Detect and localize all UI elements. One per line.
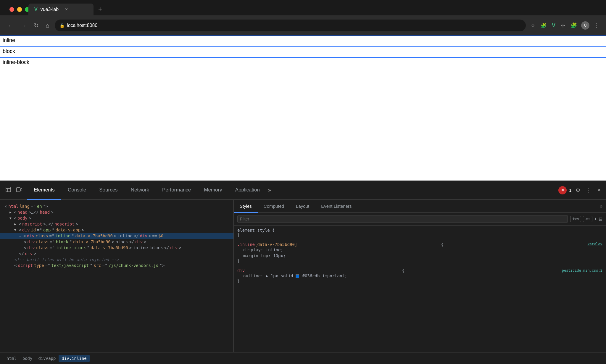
address-text: localhost:8080: [67, 23, 97, 28]
active-tab[interactable]: V vue3-lab ×: [28, 4, 94, 15]
devtools-tabs: Elements Console Sources Network Perform…: [27, 181, 273, 200]
tab-bar: V vue3-lab × +: [0, 0, 606, 15]
color-swatch[interactable]: [296, 274, 299, 278]
filter-cls-button[interactable]: .cls: [583, 216, 592, 222]
breadcrumb-bar: html body div#app div.inline: [0, 352, 606, 364]
bookmark-icon[interactable]: ☆: [529, 21, 536, 30]
devtools-toolbar: Elements Console Sources Network Perform…: [0, 181, 606, 200]
display-prop: display: inline;: [237, 247, 602, 253]
inline-element: inline: [0, 36, 606, 45]
reload-button[interactable]: ↻: [32, 20, 41, 31]
tab-title: vue3-lab: [41, 7, 59, 12]
page-content: inline block inline-block: [0, 36, 606, 181]
browser-window: V vue3-lab × + ← → ↻ ⌂ 🔒 localhost:8080 …: [0, 0, 606, 36]
margin-top-prop: margin-top: 10px;: [237, 253, 602, 259]
close-button[interactable]: [9, 7, 14, 12]
error-count: 1: [569, 188, 571, 193]
styles-tab-event-listeners[interactable]: Event Listeners: [315, 200, 357, 213]
minimize-button[interactable]: [17, 7, 22, 12]
extensions-icon[interactable]: 🧩: [569, 21, 578, 30]
breadcrumb-html[interactable]: html: [4, 355, 20, 362]
tab-favicon: V: [34, 7, 38, 12]
dom-body[interactable]: ▼ <body>: [0, 215, 233, 221]
nav-bar: ← → ↻ ⌂ 🔒 localhost:8080 ☆ 🧩 V ⊹ 🧩 U ⋮: [0, 15, 606, 36]
block-element: block: [0, 46, 606, 56]
styles-tabs-more[interactable]: »: [596, 200, 606, 212]
device-toggle-button[interactable]: [14, 185, 24, 196]
dom-div-app-close[interactable]: </div>: [0, 251, 233, 257]
styles-panel: Styles Computed Layout Event Listeners »…: [234, 200, 606, 352]
dom-div-inline-block[interactable]: <div class="inline-block" data-v-7ba5bd9…: [0, 245, 233, 251]
svg-rect-3: [17, 188, 20, 192]
dom-comment[interactable]: <!-- built files will be auto injected -…: [0, 257, 233, 262]
tab-console[interactable]: Console: [61, 181, 93, 200]
filter-hov-button[interactable]: :hov: [570, 216, 581, 222]
avatar[interactable]: U: [581, 21, 589, 30]
extension-icon[interactable]: 🧩: [539, 22, 548, 30]
devtools-panels: <html lang="en"> ▶ <head>…</head> ▼ <bod…: [0, 200, 606, 352]
div-rule-close: }: [237, 279, 602, 284]
styles-tab-computed[interactable]: Computed: [258, 200, 290, 213]
devtools-right-actions: ✕ 1 ⚙ ⋮ ×: [558, 185, 602, 195]
error-badge: ✕: [558, 186, 567, 194]
tab-memory[interactable]: Memory: [197, 181, 228, 200]
devtools-close-button[interactable]: ×: [596, 185, 602, 195]
nav-icons: ☆ 🧩 V ⊹ 🧩 U ⋮: [529, 21, 600, 30]
filter-add-button[interactable]: +: [594, 216, 597, 222]
tab-performance[interactable]: Performance: [156, 181, 197, 200]
styles-tabs: Styles Computed Layout Event Listeners »: [234, 200, 606, 213]
tab-network[interactable]: Network: [124, 181, 156, 200]
dom-html[interactable]: <html lang="en">: [0, 203, 233, 209]
back-button[interactable]: ←: [6, 20, 15, 31]
devtools: Elements Console Sources Network Perform…: [0, 181, 606, 364]
home-button[interactable]: ⌂: [44, 20, 51, 31]
breadcrumb-div-inline[interactable]: div.inline: [59, 355, 89, 362]
div-selector: div { pesticide.min.css:2: [237, 268, 602, 273]
element-style-close: }: [237, 233, 602, 237]
element-style-selector: element.style {: [237, 228, 602, 233]
styles-filter-input[interactable]: [237, 215, 568, 223]
filter-actions: :hov .cls + ⊟: [570, 216, 602, 222]
tabs-more-button[interactable]: »: [266, 185, 273, 195]
devtools-menu-button[interactable]: ⋮: [584, 185, 593, 195]
element-style-rule: element.style { }: [237, 228, 602, 237]
lock-icon: 🔒: [59, 23, 65, 28]
dom-head[interactable]: ▶ <head>…</head>: [0, 209, 233, 215]
filter-toggle-button[interactable]: ⊟: [599, 216, 602, 222]
pesticide-source-link[interactable]: pesticide.min.css:2: [562, 268, 602, 273]
tab-sources[interactable]: Sources: [93, 181, 124, 200]
inline-rule-close: }: [237, 259, 602, 263]
svg-rect-4: [21, 189, 22, 191]
styles-tab-styles[interactable]: Styles: [234, 200, 258, 213]
inline-block-element: inline-block: [0, 57, 606, 67]
svg-rect-0: [6, 187, 11, 192]
forward-button[interactable]: →: [19, 20, 28, 31]
breadcrumb-body[interactable]: body: [20, 355, 36, 362]
tab-elements[interactable]: Elements: [27, 181, 61, 200]
styles-tab-layout[interactable]: Layout: [290, 200, 315, 213]
cursor-icon[interactable]: ⊹: [560, 21, 566, 30]
div-style-rule: div { pesticide.min.css:2 outline: ▶ 1px…: [237, 268, 602, 284]
styles-filter-bar: :hov .cls + ⊟: [234, 213, 606, 226]
settings-button[interactable]: ⚙: [574, 185, 582, 195]
dom-noscript[interactable]: ▶ <noscript>…</noscript>: [0, 221, 233, 227]
dom-div-inline[interactable]: … <div class="inline" data-v-7ba5bd90>in…: [0, 233, 233, 239]
outline-prop: outline: ▶ 1px solid #036cdb!important;: [237, 273, 602, 279]
style-source-link[interactable]: <style>: [587, 242, 602, 247]
dom-div-app[interactable]: ▼ <div id="app" data-v-app>: [0, 227, 233, 233]
inline-style-rule: .inline[data-v-7ba5bd90] { <style> displ…: [237, 242, 602, 263]
tab-application[interactable]: Application: [229, 181, 266, 200]
breadcrumb-div-app[interactable]: div#app: [35, 355, 59, 362]
inline-selector: .inline[data-v-7ba5bd90] { <style>: [237, 242, 602, 247]
styles-content: element.style { } .inline[data-v-7ba5bd9…: [234, 226, 606, 352]
tab-close-icon[interactable]: ×: [65, 7, 68, 12]
inspect-element-button[interactable]: [4, 185, 13, 196]
dom-script[interactable]: <script type="text/javascript" src="/js/…: [0, 262, 233, 268]
dom-panel: <html lang="en"> ▶ <head>…</head> ▼ <bod…: [0, 200, 234, 352]
dom-div-block[interactable]: <div class="block" data-v-7ba5bd90>block…: [0, 239, 233, 245]
vue-devtools-icon[interactable]: V: [551, 21, 557, 30]
traffic-lights: [9, 7, 30, 12]
address-bar[interactable]: 🔒 localhost:8080: [55, 20, 526, 31]
more-icon[interactable]: ⋮: [592, 21, 600, 30]
new-tab-button[interactable]: +: [94, 3, 107, 15]
